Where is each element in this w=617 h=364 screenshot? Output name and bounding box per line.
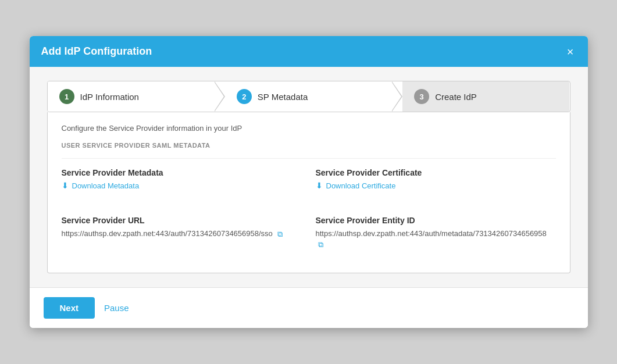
- sp-entity-id-copy-icon[interactable]: ⧉: [318, 240, 323, 249]
- section-label: USER SERVICE PROVIDER SAML METADATA: [62, 142, 556, 149]
- sp-entity-id-group: Service Provider Entity ID https://auths…: [316, 216, 556, 249]
- sp-entity-id-label: Service Provider Entity ID: [316, 216, 556, 225]
- content-area: Configure the Service Provider informati…: [47, 112, 570, 273]
- step-arrow-2-inner: [392, 83, 401, 110]
- sp-metadata-label: Service Provider Metadata: [62, 168, 302, 177]
- step-1-label: IdP Information: [80, 92, 139, 102]
- step-2[interactable]: 2 SP Metadata: [225, 81, 392, 112]
- step-arrow-1-inner: [215, 83, 224, 110]
- sp-url-group: Service Provider URL https://authsp.dev.…: [62, 216, 302, 249]
- step-arrow-2: [392, 81, 402, 112]
- download-metadata-text: Download Metadata: [72, 181, 140, 190]
- section-divider: [62, 158, 556, 159]
- stepper: 1 IdP Information 2 SP Metadata: [47, 81, 570, 112]
- step-1-number: 1: [59, 89, 74, 104]
- step-3-number: 3: [414, 89, 429, 104]
- content-description: Configure the Service Provider informati…: [62, 124, 556, 133]
- sp-entity-id-text: https://authsp.dev.zpath.net:443/auth/me…: [316, 229, 547, 238]
- sp-certificate-label: Service Provider Certificate: [316, 168, 556, 177]
- step-1[interactable]: 1 IdP Information: [48, 81, 215, 112]
- close-button[interactable]: ×: [565, 46, 576, 58]
- modal-dialog: Add IdP Configuration × 1 IdP Informatio…: [30, 36, 588, 327]
- step-2-number: 2: [237, 89, 252, 104]
- sp-url-text: https://authsp.dev.zpath.net:443/auth/73…: [62, 229, 273, 238]
- next-button[interactable]: Next: [44, 297, 95, 319]
- sp-certificate-group: Service Provider Certificate ⬇ Download …: [316, 168, 556, 190]
- download-certificate-text: Download Certificate: [326, 181, 396, 190]
- sp-url-label: Service Provider URL: [62, 216, 302, 225]
- step-3-label: Create IdP: [435, 92, 477, 102]
- download-certificate-link[interactable]: ⬇ Download Certificate: [316, 181, 396, 190]
- modal-body: 1 IdP Information 2 SP Metadata: [30, 67, 588, 287]
- step-2-label: SP Metadata: [258, 92, 308, 102]
- step-arrow-1: [215, 81, 225, 112]
- stepper-row: 1 IdP Information 2 SP Metadata: [48, 81, 570, 112]
- modal-footer: Next Pause: [30, 287, 588, 328]
- step-3[interactable]: 3 Create IdP: [402, 81, 569, 112]
- sp-metadata-group: Service Provider Metadata ⬇ Download Met…: [62, 168, 302, 190]
- pause-button[interactable]: Pause: [104, 303, 129, 313]
- two-col-grid: Service Provider Metadata ⬇ Download Met…: [62, 168, 556, 260]
- modal-header: Add IdP Configuration ×: [30, 36, 588, 67]
- sp-entity-id-value: https://authsp.dev.zpath.net:443/auth/me…: [316, 229, 556, 249]
- modal-overlay: Add IdP Configuration × 1 IdP Informatio…: [0, 0, 617, 364]
- download-metadata-icon: ⬇: [62, 181, 69, 190]
- download-metadata-link[interactable]: ⬇ Download Metadata: [62, 181, 140, 190]
- download-certificate-icon: ⬇: [316, 181, 323, 190]
- sp-url-value: https://authsp.dev.zpath.net:443/auth/73…: [62, 229, 302, 239]
- modal-title: Add IdP Configuration: [41, 45, 152, 58]
- sp-url-copy-icon[interactable]: ⧉: [277, 230, 283, 239]
